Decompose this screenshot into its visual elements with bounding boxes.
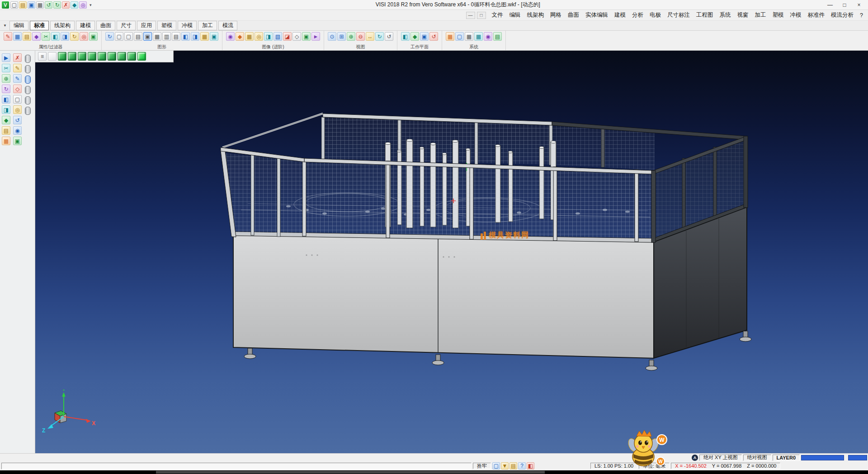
- viewbar-menu-icon[interactable]: ≡: [38, 52, 47, 61]
- textures-icon[interactable]: ▦: [245, 32, 254, 41]
- redraw-icon[interactable]: ↻: [105, 32, 114, 41]
- select-feature-icon[interactable]: [25, 96, 31, 104]
- menu-machining[interactable]: 加工: [752, 10, 769, 20]
- mask-filter-icon[interactable]: ◨: [61, 32, 69, 41]
- menu-edit[interactable]: 编辑: [506, 10, 524, 20]
- offset-icon[interactable]: ◇: [13, 85, 22, 93]
- new-sheet-icon[interactable]: ▢: [115, 32, 123, 41]
- layers-tool-icon[interactable]: ▤: [2, 126, 10, 135]
- filter-settings-icon[interactable]: ▣: [89, 32, 98, 41]
- blank-view-icon[interactable]: [48, 52, 57, 61]
- taskbar-window-button[interactable]: [156, 471, 545, 474]
- quick-access-dropdown[interactable]: ▾: [88, 3, 93, 7]
- element-filter-icon[interactable]: ◧: [51, 32, 60, 41]
- surfaces-tool-icon[interactable]: ◨: [2, 105, 10, 114]
- pan-view-icon[interactable]: ↔: [366, 32, 374, 41]
- close-button[interactable]: ×: [852, 0, 866, 9]
- maximize-button[interactable]: □: [837, 0, 852, 9]
- new-file-icon[interactable]: ▢: [10, 1, 18, 9]
- menu-die[interactable]: 冲模: [787, 10, 805, 20]
- palette-icon[interactable]: ▦: [2, 137, 10, 145]
- module-cube-icon[interactable]: ◧: [527, 462, 534, 469]
- select-body-icon[interactable]: [25, 55, 31, 63]
- menu-flow-analysis[interactable]: 模流分析: [828, 10, 857, 20]
- workplane-standard-icon[interactable]: ◧: [401, 32, 410, 41]
- annotation-icon[interactable]: ▢: [13, 95, 22, 104]
- left-view-icon[interactable]: [98, 52, 106, 61]
- grid-settings-icon[interactable]: ▦: [474, 32, 483, 41]
- color-filter-icon[interactable]: ▦: [13, 32, 22, 41]
- workplane-3point-icon[interactable]: ◆: [410, 32, 419, 41]
- options-icon[interactable]: ◎: [79, 1, 87, 9]
- color-table-icon[interactable]: ▦: [446, 32, 454, 41]
- section-view-icon[interactable]: ◪: [283, 32, 292, 41]
- view-orientation-indicator[interactable]: 绝对 XY 上视图: [699, 455, 742, 461]
- menu-wireframe[interactable]: 线架构: [524, 10, 547, 20]
- menu-help[interactable]: ?: [857, 11, 866, 19]
- rotate-view-icon[interactable]: ↻: [375, 32, 384, 41]
- active-layer-indicator[interactable]: LAYER0: [773, 455, 800, 461]
- view-split-icon[interactable]: ◨: [191, 32, 199, 41]
- viewport-3d[interactable]: ≡ 模具资料网 Y X Z: [35, 51, 868, 453]
- menu-drafting[interactable]: 工程图: [693, 10, 717, 20]
- match-properties-icon[interactable]: ↻: [70, 32, 79, 41]
- linetype-filter-icon[interactable]: ◆: [32, 32, 41, 41]
- axonometric-view-icon[interactable]: [127, 52, 136, 61]
- monitor-config-icon[interactable]: ▢: [455, 32, 464, 41]
- shaded-mode-icon[interactable]: ▦: [153, 32, 161, 41]
- help-2-icon[interactable]: ?: [518, 462, 526, 469]
- menu-standard-parts[interactable]: 标准件: [805, 10, 828, 20]
- trim-icon[interactable]: ✂: [2, 64, 10, 72]
- tab-edit[interactable]: 编辑: [9, 21, 28, 30]
- annotation-badge[interactable]: A: [692, 455, 698, 461]
- solids-tool-icon[interactable]: ◧: [2, 95, 10, 104]
- export-icon[interactable]: ▣: [13, 137, 22, 145]
- snap-point-icon[interactable]: ⊕: [2, 74, 10, 83]
- tab-machining[interactable]: 加工: [198, 21, 217, 30]
- tab-wireframe[interactable]: 线架构: [50, 21, 75, 30]
- selection-filter-icon[interactable]: ◎: [80, 32, 88, 41]
- sketch-icon[interactable]: ✎: [13, 64, 22, 72]
- properties-icon[interactable]: ✎: [4, 32, 12, 41]
- transform-icon[interactable]: ↻: [2, 85, 10, 93]
- tab-standard[interactable]: 标准: [30, 21, 49, 30]
- bottom-view-icon[interactable]: [118, 52, 126, 61]
- delete-icon[interactable]: ✗: [62, 1, 70, 9]
- menu-mold[interactable]: 塑模: [769, 10, 787, 20]
- minimize-button[interactable]: —: [823, 0, 837, 9]
- select-icon[interactable]: ▶: [2, 53, 10, 62]
- tab-mold[interactable]: 塑模: [157, 21, 176, 30]
- mdi-minimize-button[interactable]: —: [466, 12, 475, 19]
- select-vertex-icon[interactable]: [25, 86, 31, 94]
- history-icon[interactable]: ◎: [13, 105, 22, 114]
- menu-window[interactable]: 视窗: [734, 10, 752, 20]
- animation-icon[interactable]: ►: [311, 32, 320, 41]
- print-preview-icon[interactable]: ▦: [200, 32, 209, 41]
- tab-dropdown-icon[interactable]: ▼: [2, 24, 8, 28]
- measure-icon[interactable]: ◆: [71, 1, 78, 9]
- wireframe-mode-icon[interactable]: ▣: [143, 32, 152, 41]
- workplane-reset-icon[interactable]: ↺: [429, 32, 438, 41]
- open-sheet-icon[interactable]: ▢: [124, 32, 133, 41]
- folder-icon[interactable]: ▤: [509, 462, 517, 469]
- menu-surface[interactable]: 曲面: [565, 10, 582, 20]
- transparency-icon[interactable]: ◇: [292, 32, 301, 41]
- menu-mesh[interactable]: 网格: [547, 10, 565, 20]
- zoom-out-icon[interactable]: ⊖: [356, 32, 365, 41]
- open-file-icon[interactable]: ▤: [19, 1, 27, 9]
- snap-lock-toggle[interactable]: 拴牢: [473, 463, 491, 469]
- save-icon[interactable]: ▣: [28, 1, 35, 9]
- layer-filter-icon[interactable]: ▤: [23, 32, 31, 41]
- info-icon[interactable]: ◉: [13, 126, 22, 135]
- select-face-icon[interactable]: [25, 65, 31, 73]
- shadows-icon[interactable]: ◨: [264, 32, 273, 41]
- select-edge-icon[interactable]: [25, 76, 31, 84]
- print-icon[interactable]: ▦: [36, 1, 44, 9]
- menu-system[interactable]: 系统: [717, 10, 734, 20]
- tab-application[interactable]: 应用: [137, 21, 156, 30]
- select-group-icon[interactable]: [25, 107, 31, 115]
- sheet-copy-icon[interactable]: ▤: [134, 32, 142, 41]
- redo-icon[interactable]: ↻: [53, 1, 61, 9]
- hidden-line-icon[interactable]: ▥: [162, 32, 171, 41]
- menu-solid-edit[interactable]: 实体编辑: [582, 10, 611, 20]
